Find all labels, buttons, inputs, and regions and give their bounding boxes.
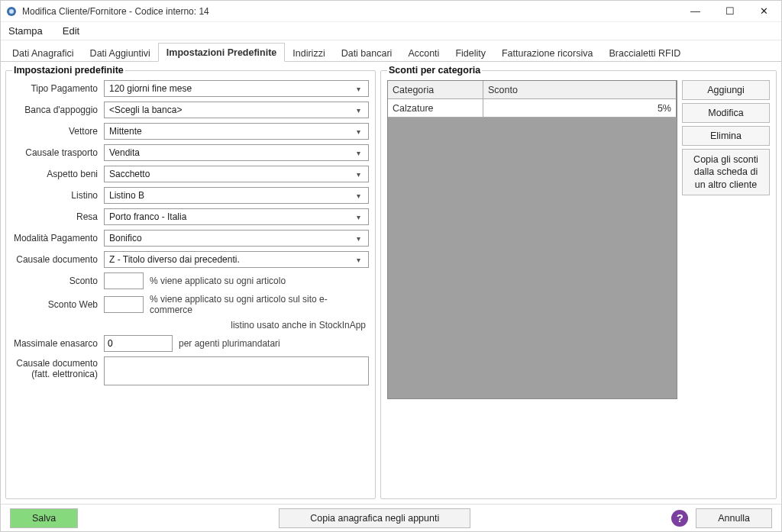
minimize-button[interactable]: — [678,1,713,22]
sconti-grid[interactable]: Categoria Sconto Calzature 5% [387,80,677,399]
label-banca-appoggio: Banca d'appoggio [12,105,104,115]
combo-tipo-pagamento[interactable]: 120 giorni fine mese ▾ [104,80,369,97]
aggiungi-button[interactable]: Aggiungi [682,80,770,100]
hint-sconto-web: % viene applicato su ogni articolo sul s… [150,294,369,315]
combo-resa[interactable]: Porto franco - Italia ▾ [104,208,369,225]
tab-acconti[interactable]: Acconti [399,44,448,62]
tab-impostazioni-predefinite[interactable]: Impostazioni Predefinite [158,43,285,62]
tab-indirizzi[interactable]: Indirizzi [284,44,333,62]
hint-stockinapp: listino usato anche in StockInApp [104,320,369,330]
combo-modalita-pagamento[interactable]: Bonifico ▾ [104,230,369,247]
copia-sconti-button[interactable]: Copia gli sconti dalla scheda di un altr… [682,149,770,195]
tab-braccialetti-rfid[interactable]: Braccialetti RFID [600,44,689,62]
label-causale-documento: Causale documento [12,254,104,265]
chevron-down-icon: ▾ [351,106,365,114]
label-causale-trasporto: Causale trasporto [12,147,104,158]
svg-point-1 [9,9,14,14]
combo-vettore[interactable]: Mittente ▾ [104,123,369,140]
label-listino: Listino [12,190,104,201]
app-icon [5,5,18,18]
app-window: Modifica Cliente/Fornitore - Codice inte… [0,0,782,532]
tab-strip: Dati Anagrafici Dati Aggiuntivi Impostaz… [1,40,781,62]
label-massimale-enasarco: Massimale enasarco [12,338,104,349]
groupbox-impostazioni: Impostazioni predefinite Tipo Pagamento … [5,65,376,499]
label-modalita-pagamento: Modalità Pagamento [12,233,104,243]
chevron-down-icon: ▾ [351,213,365,221]
help-icon[interactable]: ? [671,510,688,527]
cell-sconto: 5% [483,99,677,118]
cell-categoria: Calzature [388,99,483,118]
label-aspetto-beni: Aspetto beni [12,169,104,179]
input-sconto[interactable] [104,272,144,289]
combo-causale-documento[interactable]: Z - Titolo diverso dai precedenti. ▾ [104,251,369,268]
titlebar: Modifica Cliente/Fornitore - Codice inte… [1,1,781,22]
chevron-down-icon: ▾ [351,85,365,93]
textarea-causale-doc-fe[interactable] [104,356,369,385]
combo-aspetto-beni[interactable]: Sacchetto ▾ [104,166,369,182]
footer: Salva Copia anagrafica negli appunti ? A… [1,504,781,531]
chevron-down-icon: ▾ [351,256,365,264]
chevron-down-icon: ▾ [351,234,365,243]
table-row[interactable]: Calzature 5% [388,99,677,118]
tab-dati-bancari[interactable]: Dati bancari [333,44,401,62]
col-header-sconto[interactable]: Sconto [483,81,677,99]
chevron-down-icon: ▾ [351,170,365,179]
combo-banca-appoggio[interactable]: <Scegli la banca> ▾ [104,102,369,118]
tab-dati-anagrafici[interactable]: Dati Anagrafici [4,44,82,62]
label-sconto-web: Sconto Web [12,299,104,310]
label-sconto: Sconto [12,276,104,286]
copia-appunti-button[interactable]: Copia anagrafica negli appunti [279,508,470,528]
salva-button[interactable]: Salva [10,508,78,528]
combo-causale-trasporto[interactable]: Vendita ▾ [104,144,369,161]
chevron-down-icon: ▾ [351,149,365,157]
combo-listino[interactable]: Listino B ▾ [104,187,369,204]
menu-edit[interactable]: Edit [60,24,82,38]
col-header-categoria[interactable]: Categoria [388,81,483,99]
hint-massimale: per agenti plurimandatari [179,338,280,349]
tab-fatturazione-ricorsiva[interactable]: Fatturazione ricorsiva [493,44,602,62]
chevron-down-icon: ▾ [351,192,365,200]
groupbox-sconti-title: Sconti per categoria [387,65,482,76]
elimina-button[interactable]: Elimina [682,126,770,146]
label-tipo-pagamento: Tipo Pagamento [12,83,104,94]
menu-stampa[interactable]: Stampa [5,24,46,38]
menubar: Stampa Edit [1,22,781,40]
tab-content: Impostazioni predefinite Tipo Pagamento … [1,62,781,504]
input-sconto-web[interactable] [104,296,144,313]
modifica-button[interactable]: Modifica [682,103,770,123]
groupbox-sconti: Sconti per categoria Categoria Sconto Ca… [380,65,777,499]
tab-dati-aggiuntivi[interactable]: Dati Aggiuntivi [82,44,159,62]
window-title: Modifica Cliente/Fornitore - Codice inte… [22,6,209,17]
hint-sconto: % viene applicato su ogni articolo [150,276,286,286]
annulla-button[interactable]: Annulla [696,508,772,528]
label-causale-doc-fe: Causale documento (fatt. elettronica) [12,356,104,379]
input-massimale[interactable] [104,335,173,352]
close-button[interactable]: ✕ [747,1,781,22]
chevron-down-icon: ▾ [351,127,365,136]
label-resa: Resa [12,211,104,222]
tab-fidelity[interactable]: Fidelity [447,44,494,62]
label-vettore: Vettore [12,126,104,137]
groupbox-impostazioni-title: Impostazioni predefinite [12,65,125,76]
maximize-button[interactable]: ☐ [713,1,747,22]
